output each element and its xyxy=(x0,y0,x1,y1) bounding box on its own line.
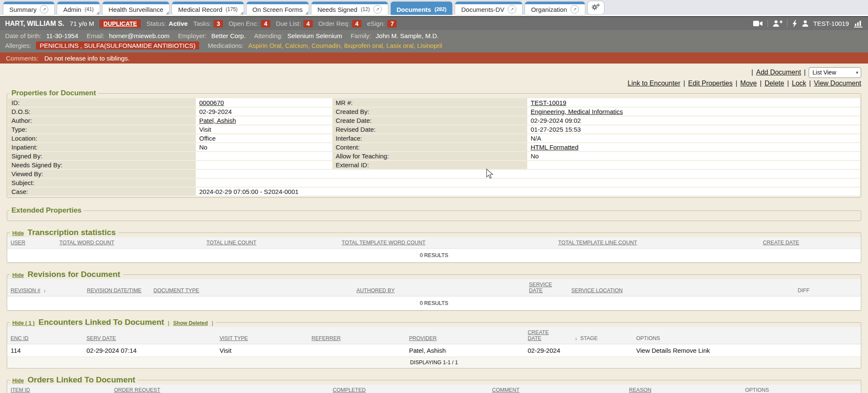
open-enc-count-badge[interactable]: 4 xyxy=(261,20,270,28)
col-options[interactable]: OPTIONS xyxy=(742,385,861,393)
tab-documents-dv[interactable]: Documents-DV ↗ xyxy=(455,2,522,15)
popout-icon[interactable]: ↗ xyxy=(40,5,48,14)
col-provider[interactable]: PROVIDER xyxy=(406,327,524,344)
col-reason[interactable]: REASON xyxy=(626,385,742,393)
demographics-row-1: Date of birth: 11-30-1954 Email: horner@… xyxy=(5,31,863,41)
video-camera-icon[interactable] xyxy=(753,20,763,27)
document-id-link[interactable]: 0000670 xyxy=(199,99,224,106)
counter-due-list: Due List: 4 xyxy=(276,20,313,28)
encounter-stage xyxy=(568,344,633,357)
col-revision-number[interactable]: REVISION #↓ xyxy=(7,279,83,296)
col-visit-type[interactable]: VISIT TYPE xyxy=(216,327,308,344)
add-person-icon[interactable] xyxy=(773,20,782,27)
duplicate-flag[interactable]: DUPLICATE xyxy=(100,19,141,28)
tab-medical-record[interactable]: Medical Record (175) xyxy=(172,2,243,15)
extended-properties-section: Extended Properties xyxy=(7,206,861,221)
created-by-link[interactable]: Engineering, Medical Informatics xyxy=(531,108,623,115)
col-create-date[interactable]: CREATE DATE xyxy=(524,327,568,344)
person-icon[interactable] xyxy=(802,20,809,27)
col-referrer[interactable]: REFERRER xyxy=(308,327,406,344)
property-row-viewed-by: Viewed By: xyxy=(8,169,860,178)
menu-fold-icon xyxy=(96,11,99,14)
property-row-case: Case: 2024-02-29 07:05:00 - S2024-0001 xyxy=(8,187,860,196)
col-stage[interactable]: ↓ STAGE xyxy=(568,327,633,344)
due-list-count-badge[interactable]: 4 xyxy=(303,20,313,28)
col-item-id[interactable]: ITEM ID xyxy=(7,385,111,393)
tab-documents[interactable]: Documents (282) xyxy=(391,2,453,15)
col-document-type[interactable]: DOCUMENT TYPE xyxy=(150,279,353,296)
show-deleted-link[interactable]: Show Deleted xyxy=(173,320,208,326)
properties-for-document-section: Properties for Document ID: 0000670 MR #… xyxy=(7,89,861,198)
tab-settings-button[interactable] xyxy=(588,1,604,14)
popout-icon[interactable]: ↗ xyxy=(570,5,579,14)
lightning-icon[interactable] xyxy=(792,20,797,28)
tab-admin[interactable]: Admin (41) xyxy=(57,2,100,15)
view-document-link[interactable]: View Document xyxy=(814,80,861,87)
dob-field: Date of birth: 11-30-1954 xyxy=(5,32,78,39)
popout-icon[interactable]: ↗ xyxy=(508,5,516,14)
tab-count: (282) xyxy=(434,6,446,12)
tasks-count-badge[interactable]: 3 xyxy=(214,20,223,28)
popout-icon[interactable]: ↗ xyxy=(373,5,382,14)
comments-bar: Comments: Do not release info to sibling… xyxy=(0,53,868,64)
col-comment[interactable]: COMMENT xyxy=(489,385,626,393)
add-document-link[interactable]: Add Document xyxy=(756,69,801,76)
delete-link[interactable]: Delete xyxy=(765,80,784,87)
col-completed[interactable]: COMPLETED xyxy=(329,385,489,393)
bar-chart-icon[interactable] xyxy=(854,20,863,28)
hide-encounters-link[interactable]: Hide ( 1 ) xyxy=(12,320,35,326)
tab-needs-signed[interactable]: Needs Signed (12) ↗ xyxy=(312,2,388,15)
col-enc-id[interactable]: ENC ID xyxy=(7,327,83,344)
lock-link[interactable]: Lock xyxy=(792,80,806,87)
col-service-date[interactable]: SERVICE DATE xyxy=(526,279,568,296)
tab-summary[interactable]: Summary ↗ xyxy=(3,2,54,15)
hide-transcription-link[interactable]: Hide xyxy=(12,230,24,236)
col-create-date[interactable]: CREATE DATE xyxy=(760,237,861,249)
col-service-location[interactable]: SERVICE LOCATION xyxy=(568,279,794,296)
col-diff[interactable]: DIFF xyxy=(794,279,861,296)
col-total-template-word-count[interactable]: TOTAL TEMPLATE WORD COUNT xyxy=(338,237,555,249)
hide-orders-link[interactable]: Hide xyxy=(12,378,24,384)
esign-count-badge[interactable]: 7 xyxy=(387,20,397,28)
encounter-visit-type: Visit xyxy=(216,344,308,357)
col-total-template-line-count[interactable]: TOTAL TEMPLATE LINE COUNT xyxy=(555,237,760,249)
patient-name: HART, WILLIAM S. xyxy=(5,20,64,28)
hide-revisions-link[interactable]: Hide xyxy=(12,272,24,278)
revisions-table: REVISION #↓ REVISION DATE/TIME DOCUMENT … xyxy=(7,279,861,310)
gear-icon xyxy=(591,3,601,13)
mr-number-link[interactable]: TEST-10019 xyxy=(531,99,566,106)
encounter-enc-id: 114 xyxy=(7,344,83,357)
document-content: | Add Document | List View ▾ Link to Enc… xyxy=(0,64,868,393)
author-link[interactable]: Patel, Ashish xyxy=(199,117,236,124)
section-title-encounters: Encounters Linked To Document xyxy=(39,318,164,327)
col-total-word-count[interactable]: TOTAL WORD COUNT xyxy=(56,237,203,249)
view-details-link[interactable]: View Details xyxy=(636,347,671,354)
tab-on-screen-forms[interactable]: On Screen Forms xyxy=(247,2,309,15)
remove-link-link[interactable]: Remove Link xyxy=(673,347,710,354)
tab-label: Documents xyxy=(397,6,431,13)
tab-health-surveillance[interactable]: Health Surveillance xyxy=(103,2,169,15)
move-link[interactable]: Move xyxy=(740,80,757,87)
edit-properties-link[interactable]: Edit Properties xyxy=(688,80,733,87)
content-format-link[interactable]: HTML Formatted xyxy=(531,144,579,151)
col-serv-date[interactable]: SERV DATE xyxy=(83,327,216,344)
user-id[interactable]: TEST-10019 xyxy=(813,20,849,27)
transcription-statistics-section: Hide Transcription statistics USER TOTAL… xyxy=(7,228,861,263)
col-authored-by[interactable]: AUTHORED BY xyxy=(353,279,526,296)
menu-fold-icon xyxy=(166,11,169,14)
attending-field: Attending: Selenium Selenium xyxy=(254,32,342,39)
col-total-line-count[interactable]: TOTAL LINE COUNT xyxy=(203,237,338,249)
property-row-subject: Subject: xyxy=(8,178,860,187)
encounters-table: ENC ID SERV DATE VISIT TYPE REFERRER PRO… xyxy=(7,327,861,368)
encounter-create-date: 02-29-2024 xyxy=(524,344,568,357)
patient-age-sex: 71 y/o M xyxy=(70,20,95,27)
tab-organization[interactable]: Organization ↗ xyxy=(525,2,585,15)
link-to-encounter-link[interactable]: Link to Encounter xyxy=(628,80,681,87)
order-req-count-badge[interactable]: 4 xyxy=(352,20,362,28)
col-order-request[interactable]: ORDER REQUEST xyxy=(111,385,329,393)
col-options[interactable]: OPTIONS xyxy=(633,327,861,344)
counter-esign: eSign: 7 xyxy=(367,20,397,28)
col-revision-datetime[interactable]: REVISION DATE/TIME xyxy=(83,279,150,296)
col-user[interactable]: USER xyxy=(7,237,56,249)
view-mode-select[interactable]: List View xyxy=(809,69,861,76)
